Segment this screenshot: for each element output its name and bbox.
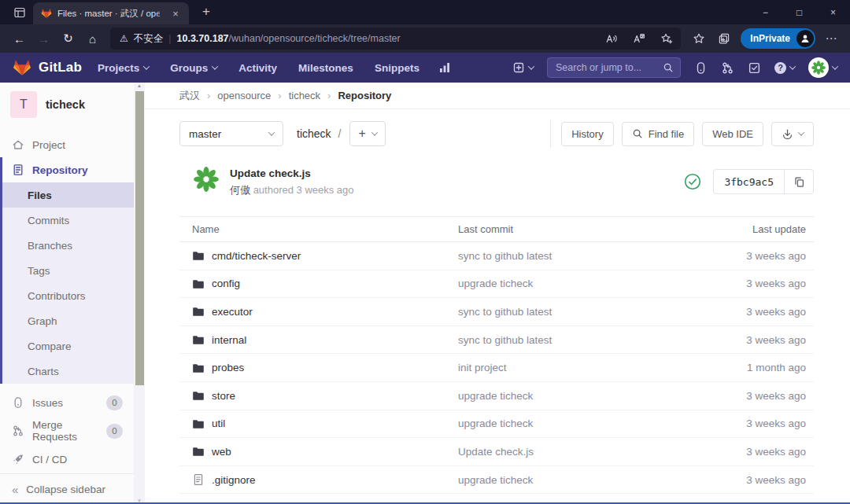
file-link[interactable]: .gitignore	[212, 474, 256, 486]
close-button[interactable]: ×	[816, 0, 850, 24]
branch-selector[interactable]: master	[179, 121, 283, 146]
gitlab-logo[interactable]: GitLab	[13, 58, 82, 77]
commit-message-link[interactable]: init project	[458, 362, 680, 373]
global-search[interactable]	[547, 57, 681, 78]
file-link[interactable]: store	[212, 390, 235, 402]
brand-text: GitLab	[39, 60, 82, 75]
new-menu-button[interactable]	[512, 61, 534, 74]
tab-close-icon[interactable]: ×	[168, 6, 183, 20]
table-row: probes init project 1 month ago	[179, 354, 814, 382]
copy-sha-button[interactable]	[785, 170, 813, 193]
find-file-button[interactable]: Find file	[622, 122, 695, 146]
maximize-button[interactable]: □	[782, 0, 816, 24]
browser-menu-button[interactable]: ⋯	[820, 28, 842, 50]
refresh-button[interactable]: ↻	[57, 28, 79, 50]
sidebar-item-compare[interactable]: Compare	[2, 333, 134, 359]
file-link[interactable]: internal	[212, 334, 246, 346]
breadcrumb-subgroup[interactable]: opensource	[217, 90, 271, 101]
analytics-button[interactable]	[438, 61, 451, 74]
user-menu-button[interactable]	[808, 57, 837, 78]
nav-item-activity[interactable]: Activity	[238, 62, 277, 74]
sidebar-item-merge-requests[interactable]: Merge Requests 0	[0, 417, 134, 445]
nav-item-snippets[interactable]: Snippets	[375, 62, 419, 74]
sidebar-item-repository[interactable]: Repository	[2, 157, 134, 182]
sidebar-item-graph[interactable]: Graph	[2, 308, 134, 333]
sidebar-item-branches[interactable]: Branches	[2, 233, 134, 258]
browser-window: Files · master · 武汉 / opensourc × + − □ …	[0, 0, 850, 504]
sidebar-item-commits[interactable]: Commits	[2, 208, 134, 233]
todos-button[interactable]	[748, 61, 761, 75]
commit-title-link[interactable]: Update check.js	[230, 167, 311, 179]
file-link[interactable]: config	[212, 278, 240, 289]
commit-message-link[interactable]: sync to github latest	[458, 306, 680, 318]
chevron-down-icon	[798, 129, 804, 135]
search-input[interactable]	[556, 62, 658, 73]
read-aloud-button[interactable]	[601, 29, 623, 48]
translate-button[interactable]	[628, 29, 650, 48]
commit-sha-link[interactable]: 3fbc9ac5	[714, 170, 785, 193]
file-link[interactable]: util	[212, 418, 225, 429]
web-ide-button[interactable]: Web IDE	[702, 122, 763, 146]
nav-item-projects[interactable]: Projects	[98, 62, 149, 74]
tree-controls: master ticheck / + History Find file	[179, 120, 814, 148]
address-bar[interactable]: ⚠ 不安全 | 10.3.70.187/wuhan/opensource/tic…	[110, 28, 681, 50]
chevron-down-icon	[143, 63, 150, 69]
collapse-sidebar-button[interactable]: « Collapse sidebar	[0, 473, 134, 504]
back-button[interactable]: ←	[8, 28, 31, 50]
forward-button[interactable]: →	[32, 28, 55, 50]
breadcrumb-group[interactable]: 武汉	[179, 89, 200, 103]
merge-request-icon	[12, 425, 24, 437]
sidebar-scrollbar[interactable]: ▲ ▼	[134, 83, 145, 504]
favorites-button[interactable]	[687, 28, 711, 50]
history-button[interactable]: History	[561, 122, 613, 146]
sidebar-item-issues[interactable]: Issues 0	[0, 388, 134, 417]
file-link[interactable]: web	[212, 446, 231, 458]
commit-message-link[interactable]: upgrade ticheck	[458, 474, 680, 486]
issues-shortcut-button[interactable]	[694, 61, 708, 75]
commit-message-link[interactable]: Update check.js	[458, 446, 680, 458]
home-button[interactable]: ⌂	[81, 28, 104, 50]
breadcrumb-project[interactable]: ticheck	[289, 90, 320, 101]
merge-requests-shortcut-button[interactable]	[721, 61, 734, 75]
scrollbar-up-arrow[interactable]: ▲	[134, 83, 145, 88]
new-tab-button[interactable]: +	[197, 2, 216, 21]
nav-item-milestones[interactable]: Milestones	[298, 62, 353, 74]
sidebar-item-files[interactable]: Files	[2, 182, 134, 208]
issues-count-badge: 0	[106, 395, 123, 410]
file-link[interactable]: probes	[212, 362, 244, 373]
commit-message-link[interactable]: upgrade ticheck	[458, 418, 680, 429]
commit-message-link[interactable]: sync to github latest	[458, 334, 680, 346]
page-url[interactable]: 10.3.70.187/wuhan/opensource/ticheck/tre…	[177, 33, 596, 44]
tab-actions-button[interactable]	[8, 2, 31, 23]
sidebar-item-project[interactable]: Project	[0, 132, 134, 157]
commit-message-link[interactable]: upgrade ticheck	[458, 278, 680, 289]
minimize-button[interactable]: −	[748, 0, 782, 24]
pipeline-passed-icon[interactable]	[684, 173, 701, 190]
name-cell: probes	[179, 362, 458, 374]
sidebar-item-cicd[interactable]: CI / CD	[0, 445, 134, 473]
table-row: web Update check.js 3 weeks ago	[179, 438, 814, 466]
inprivate-badge[interactable]: InPrivate	[741, 28, 815, 49]
sidebar-item-contributors[interactable]: Contributors	[2, 283, 134, 308]
commit-author-link[interactable]: 何傲	[230, 184, 250, 196]
add-favorite-button[interactable]	[656, 29, 678, 48]
browser-tab[interactable]: Files · master · 武汉 / opensourc ×	[33, 2, 189, 24]
download-button[interactable]	[771, 122, 814, 146]
project-header[interactable]: T ticheck	[0, 83, 134, 124]
person-icon	[800, 33, 811, 44]
security-warning-label[interactable]: 不安全	[134, 32, 164, 46]
scrollbar-thumb[interactable]	[135, 91, 144, 385]
file-link[interactable]: cmd/ticheck-server	[212, 250, 301, 262]
nav-item-groups[interactable]: Groups	[170, 62, 217, 74]
commit-message-link[interactable]: sync to github latest	[458, 250, 680, 262]
sidebar-item-tags[interactable]: Tags	[2, 258, 134, 283]
project-name: ticheck	[46, 98, 85, 111]
commit-message-link[interactable]: upgrade ticheck	[458, 390, 680, 402]
add-file-button[interactable]: +	[349, 121, 385, 146]
collections-button[interactable]	[712, 28, 736, 50]
help-menu-button[interactable]: ?	[774, 62, 795, 74]
repo-root-link[interactable]: ticheck	[297, 127, 331, 140]
gitlab-favicon-icon	[41, 8, 52, 19]
sidebar-item-charts[interactable]: Charts	[2, 359, 134, 384]
file-link[interactable]: executor	[212, 306, 253, 318]
